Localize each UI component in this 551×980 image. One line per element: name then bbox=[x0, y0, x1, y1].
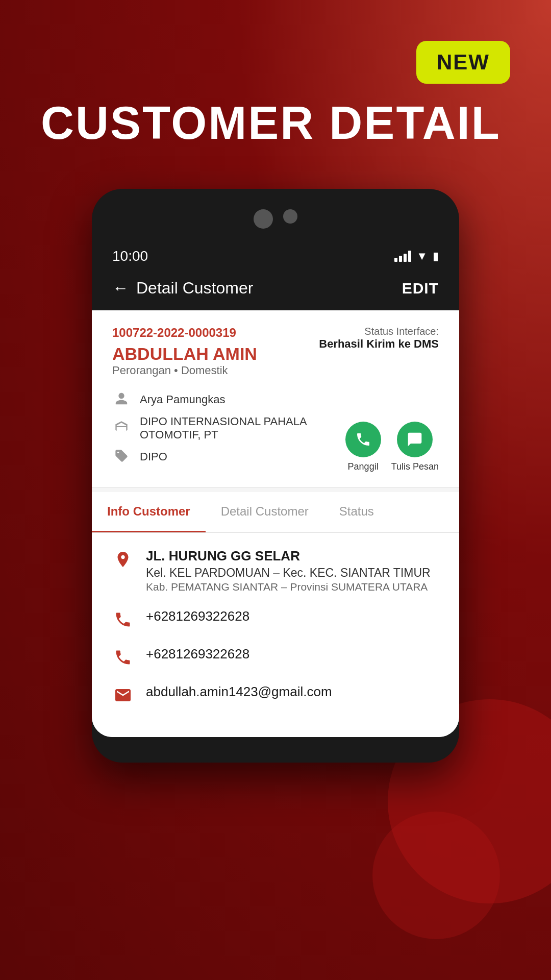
call-button[interactable]: Panggil bbox=[345, 422, 381, 472]
phone2-icon bbox=[112, 648, 134, 669]
signal-bar-2 bbox=[399, 256, 402, 262]
email-row: abdullah.amin1423@gmail.com bbox=[112, 684, 439, 706]
tab-info-customer[interactable]: Info Customer bbox=[92, 492, 206, 532]
info-row-dealer: DIPO INTERNASIONAL PAHALA OTOMOTIF, PT bbox=[112, 415, 345, 442]
header-title: Detail Customer bbox=[136, 279, 253, 298]
phone1-number: +6281269322628 bbox=[146, 608, 249, 624]
status-value: Berhasil Kirim ke DMS bbox=[319, 337, 439, 351]
phone-notch bbox=[92, 204, 459, 234]
phone2-row: +6281269322628 bbox=[112, 646, 439, 669]
info-row-dealer-short: DIPO bbox=[112, 449, 345, 465]
dealer-short: DIPO bbox=[140, 450, 167, 463]
phone2-number: +6281269322628 bbox=[146, 646, 249, 662]
app-header-left: ← Detail Customer bbox=[112, 279, 253, 298]
wifi-icon: ▼ bbox=[416, 250, 428, 263]
bg-decoration-2 bbox=[372, 812, 500, 939]
signal-icon bbox=[394, 251, 411, 262]
message-button[interactable]: Tulis Pesan bbox=[391, 422, 439, 472]
person-icon bbox=[112, 391, 131, 408]
back-button[interactable]: ← bbox=[112, 279, 129, 298]
address-kelurahan: Kel. KEL PARDOMUAN – Kec. KEC. SIANTAR T… bbox=[146, 566, 439, 580]
info-row-person: Arya Pamungkas bbox=[112, 391, 345, 408]
email-address: abdullah.amin1423@gmail.com bbox=[146, 684, 332, 699]
dealer-name: DIPO INTERNASIONAL PAHALA OTOMOTIF, PT bbox=[140, 415, 345, 442]
app-header: ← Detail Customer EDIT bbox=[92, 268, 459, 310]
address-row: JL. HURUNG GG SELAR Kel. KEL PARDOMUAN –… bbox=[112, 548, 439, 593]
customer-type: Perorangan • Domestik bbox=[112, 364, 257, 377]
customer-info-left: Arya Pamungkas DIPO INTERNASIONAL PAHALA… bbox=[112, 391, 345, 472]
status-bar: 10:00 ▼ ▮ bbox=[92, 244, 459, 268]
call-label: Panggil bbox=[348, 461, 379, 472]
phone-mockup: 10:00 ▼ ▮ ← Detail Customer EDIT 100722-… bbox=[92, 189, 459, 763]
email-text: abdullah.amin1423@gmail.com bbox=[146, 684, 439, 700]
contact-person: Arya Pamungkas bbox=[140, 393, 226, 406]
address-kab: Kab. PEMATANG SIANTAR – Provinsi SUMATER… bbox=[146, 581, 439, 593]
message-label: Tulis Pesan bbox=[391, 461, 439, 472]
customer-info-section: Arya Pamungkas DIPO INTERNASIONAL PAHALA… bbox=[112, 391, 439, 472]
message-icon-circle bbox=[397, 422, 433, 457]
customer-name: ABDULLAH AMIN bbox=[112, 344, 257, 364]
location-icon bbox=[112, 550, 134, 571]
signal-bar-4 bbox=[408, 251, 411, 262]
email-icon bbox=[112, 686, 134, 706]
phone2-text: +6281269322628 bbox=[146, 646, 439, 662]
customer-card: 100722-2022-0000319 ABDULLAH AMIN Perora… bbox=[92, 310, 459, 488]
tag-icon bbox=[112, 449, 131, 465]
edit-button[interactable]: EDIT bbox=[402, 280, 439, 297]
camera-secondary bbox=[283, 209, 297, 224]
customer-status: Status Interface: Berhasil Kirim ke DMS bbox=[319, 326, 439, 351]
signal-bar-3 bbox=[404, 254, 407, 262]
call-icon-circle bbox=[345, 422, 381, 457]
tabs-container: Info Customer Detail Customer Status bbox=[92, 492, 459, 533]
status-label: Status Interface: bbox=[319, 326, 439, 337]
tab-detail-customer[interactable]: Detail Customer bbox=[206, 492, 324, 532]
customer-header-row: 100722-2022-0000319 ABDULLAH AMIN Perora… bbox=[112, 326, 439, 387]
address-street: JL. HURUNG GG SELAR bbox=[146, 548, 439, 564]
status-time: 10:00 bbox=[112, 248, 148, 264]
phone1-row: +6281269322628 bbox=[112, 608, 439, 631]
screen-content: 100722-2022-0000319 ABDULLAH AMIN Perora… bbox=[92, 310, 459, 737]
page-title: CUSTOMER DETAIL bbox=[41, 97, 501, 150]
battery-icon: ▮ bbox=[433, 250, 439, 263]
camera-main bbox=[254, 209, 273, 229]
new-badge: NEW bbox=[416, 41, 510, 84]
address-text: JL. HURUNG GG SELAR Kel. KEL PARDOMUAN –… bbox=[146, 548, 439, 593]
contact-section: JL. HURUNG GG SELAR Kel. KEL PARDOMUAN –… bbox=[92, 533, 459, 737]
tab-status[interactable]: Status bbox=[324, 492, 389, 532]
action-buttons: Panggil Tulis Pesan bbox=[345, 422, 439, 472]
status-icons: ▼ ▮ bbox=[394, 250, 439, 263]
phone1-text: +6281269322628 bbox=[146, 608, 439, 624]
customer-id-name: 100722-2022-0000319 ABDULLAH AMIN Perora… bbox=[112, 326, 257, 387]
signal-bar-1 bbox=[394, 258, 397, 262]
dealer-icon bbox=[112, 420, 131, 436]
customer-id: 100722-2022-0000319 bbox=[112, 326, 257, 340]
phone1-icon bbox=[112, 610, 134, 631]
